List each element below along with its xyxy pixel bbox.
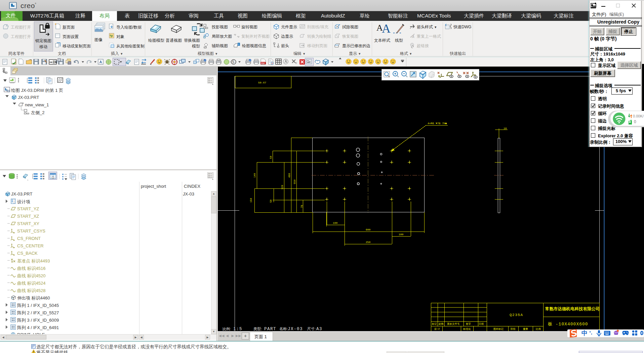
svg-text:50: 50 [270,199,272,203]
svg-text:50: 50 [270,155,272,159]
svg-text:标记: 标记 [432,322,437,325]
svg-text:标准化: 标准化 [463,327,471,330]
svg-text:重量: 重量 [523,327,528,330]
svg-text:2: 2 [295,62,297,65]
svg-text:阶段: 阶段 [511,327,516,330]
svg-text:处数: 处数 [438,322,444,325]
svg-text:PDF: PDF [261,62,265,64]
svg-text:4×M6 ▼7B 7H■: 4×M6 ▼7B 7H■ [428,122,447,125]
svg-text:签字: 签字 [466,322,471,325]
svg-text:名称:: 名称: [279,327,288,331]
svg-text:A: A [412,35,414,39]
svg-text:比例:: 比例: [223,327,231,331]
svg-text:1:5: 1:5 [233,327,242,331]
svg-text:140: 140 [253,173,256,178]
svg-text:类型:: 类型: [253,327,262,331]
svg-text:常熟市达德机电科技有限公司: 常熟市达德机电科技有限公司 [545,307,600,311]
svg-text:更改文件号: 更改文件号 [447,322,460,325]
svg-text:图样标记: 图样标记 [493,327,504,330]
svg-text:600: 600 [366,228,371,231]
svg-text:250: 250 [366,241,371,244]
svg-text:Q235A: Q235A [510,313,523,317]
svg-text:JX-03: JX-03 [288,327,303,331]
svg-text:150: 150 [250,198,252,203]
svg-text:i: i [238,43,239,46]
svg-text:320: 320 [281,185,284,189]
svg-text:板 -10X400X600: 板 -10X400X600 [548,322,588,327]
svg-text:50-X7: 50-X7 [258,81,266,84]
svg-text:日期: 日期 [479,322,484,325]
svg-text:PART: PART [264,327,276,331]
svg-text:70: 70 [300,205,303,208]
svg-text:设 计: 设 计 [434,327,440,330]
svg-text:5: 5 [232,60,234,64]
svg-text:550: 550 [293,179,296,184]
svg-text:100: 100 [399,233,404,236]
svg-text:A3: A3 [316,327,322,331]
svg-text:尺寸:: 尺寸: [307,327,316,331]
svg-text:比例: 比例 [536,327,541,330]
svg-text:400: 400 [288,173,291,178]
svg-text:10: 10 [504,127,507,130]
svg-text:100: 100 [333,221,338,224]
